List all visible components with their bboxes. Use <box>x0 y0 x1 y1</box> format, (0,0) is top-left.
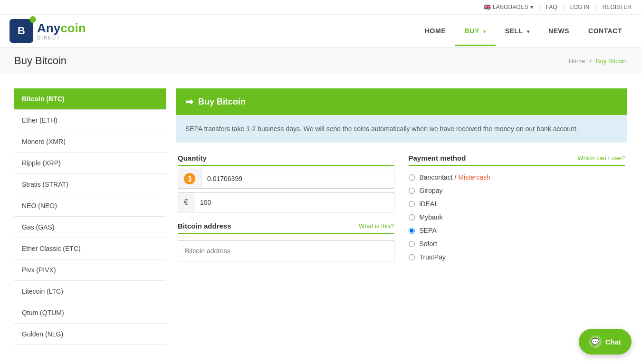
sidebar-item-ltc[interactable]: Litecoin (LTC) <box>14 281 166 302</box>
radio-giropay[interactable] <box>409 188 415 194</box>
bitcoin-address-input[interactable] <box>178 240 394 261</box>
sell-caret: ▾ <box>527 29 530 34</box>
payment-method-label: Payment method <box>409 154 466 162</box>
breadcrumb-separator: / <box>590 57 592 65</box>
btc-prefix: ₿ <box>178 169 201 188</box>
trustpay-label: TrustPay <box>420 253 446 261</box>
breadcrumb: Home / Buy Bitcoin <box>568 57 627 65</box>
sepa-label: SEPA <box>420 227 437 234</box>
logo-icon <box>10 19 33 43</box>
payment-option-mybank[interactable]: Mybank <box>409 211 625 224</box>
page-title: Buy Bitcoin <box>14 55 67 67</box>
sidebar-item-neo[interactable]: NEO (NEO) <box>14 195 166 217</box>
payment-option-sepa[interactable]: SEPA <box>409 224 625 237</box>
buy-caret: ▾ <box>483 29 486 34</box>
form-row-main: Quantity ₿ € <box>178 154 625 264</box>
sidebar-item-eth[interactable]: Ether (ETH) <box>14 110 166 131</box>
divider1: | <box>539 4 540 10</box>
radio-mybank[interactable] <box>409 214 415 220</box>
sidebar-item-xrp[interactable]: Ripple (XRP) <box>14 153 166 174</box>
payment-header: Payment method Which can I use? <box>409 154 625 166</box>
sidebar-item-etc[interactable]: Ether Classic (ETC) <box>14 238 166 259</box>
sidebar-item-pivx[interactable]: Pivx (PIVX) <box>14 259 166 281</box>
eur-prefix: € <box>178 193 194 212</box>
btc-input-wrapper: ₿ <box>178 169 394 189</box>
brand-sub: DIRECT <box>37 35 86 40</box>
buy-header-icon: ➡ <box>185 96 193 107</box>
form-section: Quantity ₿ € <box>176 154 627 264</box>
which-can-i-use-link[interactable]: Which can I use? <box>577 154 625 162</box>
bancontact-label: Bancontact / Mistercash <box>420 173 490 181</box>
login-link[interactable]: LOG IN <box>570 4 590 10</box>
nav-news[interactable]: NEWS <box>539 16 579 46</box>
quantity-group: Quantity ₿ € <box>178 154 394 264</box>
chat-button[interactable]: 💬 Chat <box>579 329 631 354</box>
payment-option-ideal[interactable]: iDEAL <box>409 197 625 211</box>
bitcoin-address-label-row: Bitcoin address What is this? <box>178 222 394 234</box>
sidebar-item-xmr[interactable]: Monero (XMR) <box>14 131 166 153</box>
logo-leaf <box>28 15 37 24</box>
bitcoin-address-label: Bitcoin address <box>178 222 231 230</box>
info-text: SEPA transfers take 1-2 business days. W… <box>185 125 578 133</box>
what-is-this-link[interactable]: What is this? <box>359 222 394 230</box>
divider2: | <box>563 4 564 10</box>
chat-icon: 💬 <box>589 335 602 348</box>
buy-header-title: Buy Bitcoin <box>198 97 246 107</box>
main-content: Bitcoin (BTC) Ether (ETH) Monero (XMR) R… <box>0 74 641 359</box>
flag-icon: 🇬🇧 <box>484 4 491 10</box>
chat-label: Chat <box>605 338 621 346</box>
quantity-label: Quantity <box>178 154 394 166</box>
nav-contact[interactable]: CONTACT <box>579 16 631 46</box>
buy-header: ➡ Buy Bitcoin <box>176 88 627 115</box>
payment-option-bancontact[interactable]: Bancontact / Mistercash <box>409 171 625 184</box>
languages-label: LANGUAGES <box>493 4 528 10</box>
sidebar: Bitcoin (BTC) Ether (ETH) Monero (XMR) R… <box>14 88 166 345</box>
logo-text: Anycoin DIRECT <box>37 21 86 40</box>
languages-caret: ▾ <box>530 4 533 10</box>
breadcrumb-bar: Buy Bitcoin Home / Buy Bitcoin <box>0 48 641 74</box>
sidebar-item-btc[interactable]: Bitcoin (BTC) <box>14 88 166 110</box>
mistercash-label: Mistercash <box>458 173 490 181</box>
btc-amount-input[interactable] <box>201 169 394 188</box>
mybank-label: Mybank <box>420 213 443 221</box>
radio-trustpay[interactable] <box>409 254 415 260</box>
btc-icon: ₿ <box>184 173 195 184</box>
payment-group: Payment method Which can I use? Banconta… <box>409 154 625 264</box>
payment-option-giropay[interactable]: Giropay <box>409 184 625 197</box>
sidebar-item-strat[interactable]: Stratis (STRAT) <box>14 174 166 195</box>
nav-sell[interactable]: SELL ▾ <box>496 16 539 46</box>
giropay-label: Giropay <box>420 187 443 194</box>
logo: Anycoin DIRECT <box>10 19 86 43</box>
faq-link[interactable]: FAQ <box>546 4 557 10</box>
top-bar: 🇬🇧 LANGUAGES ▾ | FAQ | LOG IN | REGISTER <box>0 0 641 15</box>
breadcrumb-current: Buy Bitcoin <box>596 57 627 65</box>
eur-amount-input[interactable] <box>194 193 394 212</box>
radio-ideal[interactable] <box>409 201 415 207</box>
info-box: SEPA transfers take 1-2 business days. W… <box>176 115 627 143</box>
breadcrumb-home[interactable]: Home <box>568 57 585 65</box>
divider3: | <box>595 4 597 10</box>
nav-home[interactable]: HOME <box>415 16 455 46</box>
sidebar-item-qtum[interactable]: Qtum (QTUM) <box>14 302 166 324</box>
radio-bancontact[interactable] <box>409 174 415 181</box>
payment-methods-list: Bancontact / Mistercash Giropay iDEAL <box>409 171 625 264</box>
btc-symbol: ₿ <box>188 175 191 182</box>
language-selector[interactable]: 🇬🇧 LANGUAGES ▾ <box>484 4 533 10</box>
sidebar-item-nlg[interactable]: Gulden (NLG) <box>14 324 166 345</box>
payment-option-trustpay[interactable]: TrustPay <box>409 250 625 264</box>
bitcoin-address-section: Bitcoin address What is this? <box>178 222 394 261</box>
ideal-label: iDEAL <box>420 200 439 208</box>
sofort-label: Sofort <box>420 240 437 248</box>
radio-sofort[interactable] <box>409 241 415 247</box>
eur-symbol: € <box>184 198 188 207</box>
nav-buy[interactable]: BUY ▾ <box>455 16 496 46</box>
eur-input-wrapper: € <box>178 192 394 212</box>
payment-option-sofort[interactable]: Sofort <box>409 237 625 250</box>
brand-name: Anycoin <box>37 21 86 35</box>
nav-links: HOME BUY ▾ SELL ▾ NEWS CONTACT <box>415 16 631 46</box>
radio-sepa[interactable] <box>409 228 415 234</box>
register-link[interactable]: REGISTER <box>603 4 631 10</box>
buy-area: ➡ Buy Bitcoin SEPA transfers take 1-2 bu… <box>176 88 627 345</box>
navbar: Anycoin DIRECT HOME BUY ▾ SELL ▾ NEWS CO… <box>0 15 641 48</box>
sidebar-item-gas[interactable]: Gas (GAS) <box>14 217 166 238</box>
